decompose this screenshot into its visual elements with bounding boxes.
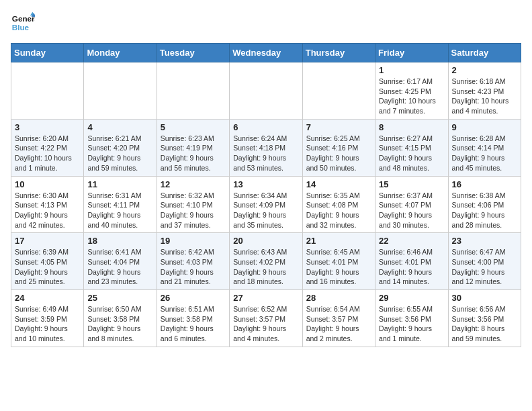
calendar-day-21: 21Sunrise: 6:45 AM Sunset: 4:01 PM Dayli…	[302, 233, 375, 290]
calendar-day-17: 17Sunrise: 6:39 AM Sunset: 4:05 PM Dayli…	[11, 233, 84, 290]
day-number: 8	[379, 122, 444, 132]
day-info: Sunrise: 6:18 AM Sunset: 4:23 PM Dayligh…	[452, 77, 517, 116]
day-number: 4	[87, 122, 152, 132]
calendar-empty	[230, 62, 302, 120]
calendar-day-9: 9Sunrise: 6:28 AM Sunset: 4:14 PM Daylig…	[448, 119, 521, 176]
calendar-day-13: 13Sunrise: 6:34 AM Sunset: 4:09 PM Dayli…	[230, 176, 302, 233]
day-info: Sunrise: 6:23 AM Sunset: 4:19 PM Dayligh…	[161, 134, 226, 173]
calendar-header-row: SundayMondayTuesdayWednesdayThursdayFrid…	[11, 44, 521, 62]
day-info: Sunrise: 6:35 AM Sunset: 4:08 PM Dayligh…	[306, 191, 371, 230]
calendar-day-7: 7Sunrise: 6:25 AM Sunset: 4:16 PM Daylig…	[302, 119, 375, 176]
day-info: Sunrise: 6:30 AM Sunset: 4:13 PM Dayligh…	[15, 191, 80, 230]
calendar-day-8: 8Sunrise: 6:27 AM Sunset: 4:15 PM Daylig…	[375, 119, 448, 176]
day-number: 19	[161, 236, 226, 246]
day-info: Sunrise: 6:45 AM Sunset: 4:01 PM Dayligh…	[306, 247, 371, 287]
calendar-day-30: 30Sunrise: 6:56 AM Sunset: 3:56 PM Dayli…	[448, 290, 521, 347]
logo: General Blue	[11, 11, 39, 35]
weekday-header-friday: Friday	[375, 44, 448, 62]
calendar-day-16: 16Sunrise: 6:38 AM Sunset: 4:06 PM Dayli…	[448, 176, 521, 233]
weekday-header-wednesday: Wednesday	[230, 44, 302, 62]
day-info: Sunrise: 6:50 AM Sunset: 3:58 PM Dayligh…	[87, 304, 152, 344]
calendar-week-row: 1Sunrise: 6:17 AM Sunset: 4:25 PM Daylig…	[11, 62, 521, 120]
calendar-day-22: 22Sunrise: 6:46 AM Sunset: 4:01 PM Dayli…	[375, 233, 448, 290]
day-number: 22	[379, 236, 444, 246]
day-info: Sunrise: 6:39 AM Sunset: 4:05 PM Dayligh…	[15, 247, 80, 287]
day-info: Sunrise: 6:20 AM Sunset: 4:22 PM Dayligh…	[15, 134, 80, 173]
day-number: 14	[306, 179, 371, 189]
day-number: 24	[15, 293, 80, 303]
day-info: Sunrise: 6:55 AM Sunset: 3:56 PM Dayligh…	[379, 304, 444, 344]
calendar-day-29: 29Sunrise: 6:55 AM Sunset: 3:56 PM Dayli…	[375, 290, 448, 347]
day-number: 17	[15, 236, 80, 246]
calendar-day-20: 20Sunrise: 6:43 AM Sunset: 4:02 PM Dayli…	[230, 233, 302, 290]
weekday-header-tuesday: Tuesday	[157, 44, 229, 62]
calendar-day-15: 15Sunrise: 6:37 AM Sunset: 4:07 PM Dayli…	[375, 176, 448, 233]
day-number: 25	[87, 293, 152, 303]
weekday-header-monday: Monday	[84, 44, 157, 62]
calendar-day-18: 18Sunrise: 6:41 AM Sunset: 4:04 PM Dayli…	[84, 233, 157, 290]
day-number: 21	[306, 236, 371, 246]
calendar-table: SundayMondayTuesdayWednesdayThursdayFrid…	[11, 43, 521, 347]
day-info: Sunrise: 6:28 AM Sunset: 4:14 PM Dayligh…	[452, 134, 517, 173]
day-info: Sunrise: 6:38 AM Sunset: 4:06 PM Dayligh…	[452, 191, 517, 230]
calendar-empty	[302, 62, 375, 120]
day-number: 9	[452, 122, 517, 132]
day-number: 1	[379, 65, 444, 75]
calendar-day-14: 14Sunrise: 6:35 AM Sunset: 4:08 PM Dayli…	[302, 176, 375, 233]
page-header: General Blue	[11, 11, 521, 35]
day-number: 10	[15, 179, 80, 189]
calendar-day-26: 26Sunrise: 6:51 AM Sunset: 3:58 PM Dayli…	[157, 290, 229, 347]
calendar-day-6: 6Sunrise: 6:24 AM Sunset: 4:18 PM Daylig…	[230, 119, 302, 176]
day-info: Sunrise: 6:25 AM Sunset: 4:16 PM Dayligh…	[306, 134, 371, 173]
calendar-day-24: 24Sunrise: 6:49 AM Sunset: 3:59 PM Dayli…	[11, 290, 84, 347]
calendar-day-11: 11Sunrise: 6:31 AM Sunset: 4:11 PM Dayli…	[84, 176, 157, 233]
day-number: 13	[233, 179, 298, 189]
day-number: 26	[161, 293, 226, 303]
day-info: Sunrise: 6:27 AM Sunset: 4:15 PM Dayligh…	[379, 134, 444, 173]
calendar-day-5: 5Sunrise: 6:23 AM Sunset: 4:19 PM Daylig…	[157, 119, 229, 176]
day-number: 15	[379, 179, 444, 189]
day-info: Sunrise: 6:49 AM Sunset: 3:59 PM Dayligh…	[15, 304, 80, 344]
day-info: Sunrise: 6:32 AM Sunset: 4:10 PM Dayligh…	[161, 191, 226, 230]
day-info: Sunrise: 6:43 AM Sunset: 4:02 PM Dayligh…	[233, 247, 298, 287]
calendar-week-row: 10Sunrise: 6:30 AM Sunset: 4:13 PM Dayli…	[11, 176, 521, 233]
day-info: Sunrise: 6:41 AM Sunset: 4:04 PM Dayligh…	[87, 247, 152, 287]
calendar-day-1: 1Sunrise: 6:17 AM Sunset: 4:25 PM Daylig…	[375, 62, 448, 120]
calendar-empty	[11, 62, 84, 120]
day-info: Sunrise: 6:31 AM Sunset: 4:11 PM Dayligh…	[87, 191, 152, 230]
day-number: 28	[306, 293, 371, 303]
calendar-day-4: 4Sunrise: 6:21 AM Sunset: 4:20 PM Daylig…	[84, 119, 157, 176]
calendar-empty	[157, 62, 229, 120]
weekday-header-sunday: Sunday	[11, 44, 84, 62]
svg-text:Blue: Blue	[12, 23, 30, 32]
day-info: Sunrise: 6:24 AM Sunset: 4:18 PM Dayligh…	[233, 134, 298, 173]
logo-icon: General Blue	[11, 11, 35, 35]
day-info: Sunrise: 6:34 AM Sunset: 4:09 PM Dayligh…	[233, 191, 298, 230]
calendar-day-28: 28Sunrise: 6:54 AM Sunset: 3:57 PM Dayli…	[302, 290, 375, 347]
calendar-week-row: 17Sunrise: 6:39 AM Sunset: 4:05 PM Dayli…	[11, 233, 521, 290]
day-number: 16	[452, 179, 517, 189]
day-info: Sunrise: 6:52 AM Sunset: 3:57 PM Dayligh…	[233, 304, 298, 344]
day-number: 20	[233, 236, 298, 246]
calendar-day-19: 19Sunrise: 6:42 AM Sunset: 4:03 PM Dayli…	[157, 233, 229, 290]
day-info: Sunrise: 6:56 AM Sunset: 3:56 PM Dayligh…	[452, 304, 517, 344]
day-info: Sunrise: 6:42 AM Sunset: 4:03 PM Dayligh…	[161, 247, 226, 287]
day-info: Sunrise: 6:54 AM Sunset: 3:57 PM Dayligh…	[306, 304, 371, 344]
calendar-day-3: 3Sunrise: 6:20 AM Sunset: 4:22 PM Daylig…	[11, 119, 84, 176]
day-number: 18	[87, 236, 152, 246]
day-number: 6	[233, 122, 298, 132]
day-number: 23	[452, 236, 517, 246]
day-info: Sunrise: 6:17 AM Sunset: 4:25 PM Dayligh…	[379, 77, 444, 116]
calendar-day-23: 23Sunrise: 6:47 AM Sunset: 4:00 PM Dayli…	[448, 233, 521, 290]
day-number: 11	[87, 179, 152, 189]
day-info: Sunrise: 6:47 AM Sunset: 4:00 PM Dayligh…	[452, 247, 517, 287]
calendar-day-25: 25Sunrise: 6:50 AM Sunset: 3:58 PM Dayli…	[84, 290, 157, 347]
day-number: 30	[452, 293, 517, 303]
day-info: Sunrise: 6:21 AM Sunset: 4:20 PM Dayligh…	[87, 134, 152, 173]
day-info: Sunrise: 6:51 AM Sunset: 3:58 PM Dayligh…	[161, 304, 226, 344]
calendar-week-row: 24Sunrise: 6:49 AM Sunset: 3:59 PM Dayli…	[11, 290, 521, 347]
day-number: 12	[161, 179, 226, 189]
calendar-day-27: 27Sunrise: 6:52 AM Sunset: 3:57 PM Dayli…	[230, 290, 302, 347]
day-number: 7	[306, 122, 371, 132]
calendar-week-row: 3Sunrise: 6:20 AM Sunset: 4:22 PM Daylig…	[11, 119, 521, 176]
